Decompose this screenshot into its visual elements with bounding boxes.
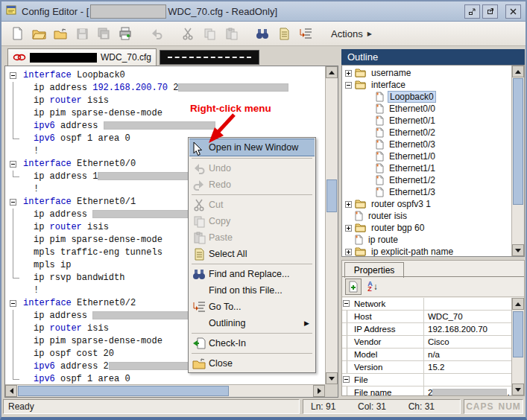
collapse-expander-icon[interactable]	[10, 199, 16, 206]
status-ready: Ready	[3, 399, 300, 414]
outline-scroll-thumb[interactable]	[513, 78, 523, 205]
property-value-text: 15.2	[428, 363, 444, 372]
outline-item-loopback0[interactable]: Loopback0	[342, 91, 511, 103]
properties-scroll-down-button[interactable]	[512, 384, 524, 395]
outline-item-ethernet1-1[interactable]: Ethernet1/1	[342, 162, 511, 174]
collapse-icon[interactable]	[343, 376, 350, 383]
outline-item-ethernet1-3[interactable]: Ethernet1/3	[342, 186, 511, 198]
menu-item-select-all[interactable]: Select All	[189, 246, 315, 262]
tree-connector	[13, 95, 13, 107]
collapse-expander-icon[interactable]	[10, 161, 16, 168]
keyword-token: interface	[23, 70, 72, 80]
tab-inactive-redacted[interactable]	[160, 50, 259, 65]
outline-tree[interactable]: usernameinterfaceLoopback0Ethernet0/0Eth…	[341, 65, 525, 257]
code-line[interactable]: interface Loopback0	[5, 69, 325, 82]
outline-item-interface[interactable]: interface	[342, 79, 511, 91]
editor-vertical-scrollbar[interactable]	[325, 66, 338, 384]
expand-icon[interactable]	[345, 201, 352, 208]
code-line[interactable]: ip address 192.168.200.70 2	[5, 82, 325, 95]
property-value[interactable]: 2.	[424, 386, 511, 395]
status-bar: Ready Ln: 91 Col: 31 Ch: 31 CAPS NUM	[1, 398, 526, 417]
outline-scrollbar[interactable]	[511, 66, 524, 256]
outline-item-ip-explicit-path-name[interactable]: ip explicit-path name	[342, 246, 511, 257]
collapse-icon[interactable]	[345, 82, 352, 89]
minimize-button[interactable]	[464, 4, 480, 19]
collapse-icon[interactable]	[343, 300, 350, 307]
outline-item-ethernet0-3[interactable]: Ethernet0/3	[342, 139, 511, 150]
outline-item-ethernet0-1[interactable]: Ethernet0/1	[342, 115, 511, 127]
tree-connector	[13, 107, 13, 120]
goto-button[interactable]	[296, 24, 315, 43]
property-value[interactable]: n/a	[424, 349, 511, 360]
editor-horizontal-scrollbar[interactable]	[5, 384, 325, 397]
outline-item-router-ospfv3-1[interactable]: router ospfv3 1	[342, 198, 511, 210]
menu-item-label: Find and Replace...	[209, 269, 289, 279]
document-icon	[376, 115, 384, 126]
outline-item-ethernet0-0[interactable]: Ethernet0/0	[342, 103, 511, 115]
close-file-folder-button[interactable]	[51, 24, 70, 43]
actions-menu[interactable]: Actions ▶	[331, 28, 372, 39]
outline-item-ip-route[interactable]: ip route	[342, 234, 511, 246]
code-line[interactable]: ip pim sparse-dense-mode	[5, 107, 325, 120]
select-all-button[interactable]	[274, 24, 294, 43]
scroll-right-button[interactable]	[313, 385, 325, 397]
menu-item-go-to[interactable]: Go To...	[189, 299, 315, 315]
menu-item-find-and-replace[interactable]: Find and Replace...	[189, 266, 315, 282]
property-value[interactable]: 15.2	[424, 361, 511, 373]
property-value-text: 192.168.200.70	[428, 325, 487, 334]
menu-item-label: Outlining	[209, 318, 245, 328]
tab-active-wdc70[interactable]: WDC_70.cfg	[7, 48, 157, 66]
text-token: address	[55, 121, 104, 131]
properties-scroll-thumb[interactable]	[513, 311, 523, 357]
property-row-ip-address: IP Address192.168.200.70	[342, 323, 511, 336]
menu-item-find-on-this-file[interactable]: Find on this File...	[189, 282, 315, 299]
app-icon	[6, 4, 17, 19]
redo-icon	[189, 179, 209, 191]
outline-item-router-isis[interactable]: router isis	[342, 210, 511, 222]
vertical-scroll-thumb[interactable]	[326, 179, 337, 212]
expand-icon[interactable]	[345, 249, 352, 255]
submenu-arrow-icon: ▶	[304, 319, 309, 327]
new-file-button[interactable]	[7, 24, 27, 43]
properties-scroll-up-button[interactable]	[512, 298, 524, 310]
close-button[interactable]	[505, 4, 521, 19]
menu-item-close[interactable]: Close	[189, 355, 315, 372]
text-token: ip	[34, 95, 50, 106]
outline-item-label: Ethernet1/2	[388, 175, 437, 185]
collapse-expander-icon[interactable]	[10, 72, 16, 79]
menu-item-check-in[interactable]: Check-In	[189, 335, 315, 351]
open-file-button[interactable]	[29, 24, 48, 43]
outline-item-ethernet1-2[interactable]: Ethernet1/2	[342, 174, 511, 186]
outline-item-ethernet1-0[interactable]: Ethernet1/0	[342, 150, 511, 162]
outline-item-ethernet0-2[interactable]: Ethernet0/2	[342, 127, 511, 139]
add-property-button[interactable]	[345, 279, 362, 295]
collapse-expander-icon[interactable]	[10, 300, 16, 307]
menu-item-outlining[interactable]: Outlining▶	[189, 315, 315, 331]
scroll-down-button[interactable]	[326, 372, 338, 384]
text-token: isis	[82, 222, 109, 232]
keyword-token: router	[50, 222, 82, 232]
sort-alphabetical-button[interactable]: AZ↓	[365, 279, 381, 295]
outline-scroll-down-button[interactable]	[512, 244, 524, 256]
status-position: Ln: 91 Col: 31 Ch: 31	[303, 399, 461, 414]
properties-scrollbar[interactable]	[511, 298, 524, 395]
horizontal-scroll-thumb[interactable]	[18, 386, 229, 396]
maximize-button[interactable]	[482, 4, 498, 19]
code-line[interactable]: ip router isis	[5, 95, 325, 107]
scroll-left-button[interactable]	[5, 385, 17, 397]
tab-properties[interactable]: Properties	[344, 262, 404, 278]
expand-icon[interactable]	[345, 225, 352, 232]
property-value[interactable]: Cisco	[424, 336, 511, 348]
scroll-up-button[interactable]	[326, 66, 338, 78]
find-button[interactable]	[253, 24, 272, 43]
outline-item-router-bgp-60[interactable]: router bgp 60	[342, 222, 511, 234]
code-line[interactable]: ipv6 address	[5, 120, 325, 133]
code-line[interactable]: ipv6 ospf 1 area 0	[5, 373, 325, 384]
print-button[interactable]	[116, 24, 135, 43]
tree-connector	[13, 221, 13, 234]
expand-icon[interactable]	[345, 70, 352, 77]
property-value[interactable]: 192.168.200.70	[424, 323, 511, 335]
outline-scroll-up-button[interactable]	[512, 66, 524, 77]
outline-item-username[interactable]: username	[342, 67, 511, 79]
property-value[interactable]: WDC_70	[424, 311, 511, 322]
